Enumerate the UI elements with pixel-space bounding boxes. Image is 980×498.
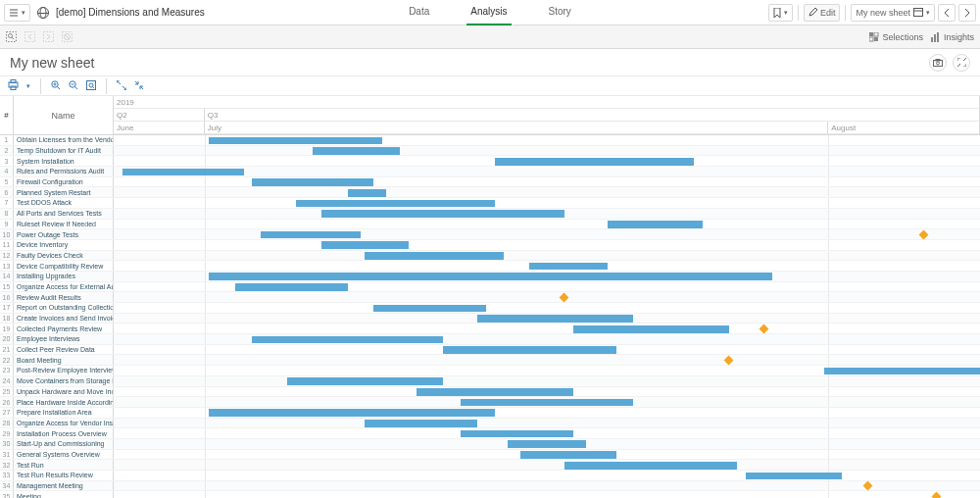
tab-data[interactable]: Data [405, 0, 433, 25]
edit-button[interactable]: Edit [804, 4, 841, 22]
gantt-row[interactable]: 17Report on Outstanding Collections [0, 303, 980, 314]
hamburger-menu[interactable]: ▾ [4, 4, 30, 22]
gantt-bar[interactable] [209, 137, 382, 145]
bookmark-button[interactable]: ▾ [768, 4, 793, 22]
gantt-bar[interactable] [235, 283, 348, 291]
zoom-fit-button[interactable] [86, 80, 96, 92]
gantt-row[interactable]: 10Power Outage Tests [0, 229, 980, 240]
gantt-chart[interactable]: # Name 2019 Q2Q3 JuneJulyAugust 1Obtain … [0, 96, 980, 498]
gantt-bar[interactable] [365, 420, 477, 427]
prev-sheet-button[interactable] [938, 4, 956, 22]
gantt-row[interactable]: 8All Ports and Services Tests [0, 209, 980, 220]
milestone-icon[interactable] [759, 324, 768, 334]
gantt-row[interactable]: 23Post-Review Employee Interviews and [0, 366, 980, 376]
next-sheet-button[interactable] [958, 4, 976, 22]
milestone-icon[interactable] [724, 356, 734, 366]
gantt-bar[interactable] [209, 273, 772, 280]
sheet-title-actions [929, 54, 970, 72]
gantt-bar[interactable] [365, 252, 503, 260]
gantt-row[interactable]: 26Place Hardware Inside According to Ins [0, 397, 980, 408]
gantt-row[interactable]: 22Board Meeting [0, 355, 980, 366]
gantt-bar[interactable] [321, 241, 408, 249]
milestone-icon[interactable] [919, 230, 929, 240]
gantt-row[interactable]: 30Start-Up and Commissioning [0, 439, 980, 450]
gantt-row[interactable]: 32Test Run [0, 460, 980, 471]
gantt-row[interactable]: 13Device Compatibility Review [0, 261, 980, 272]
expand-button[interactable] [117, 80, 126, 92]
sheet-nav[interactable]: My new sheet ▾ [851, 4, 935, 22]
step-back-icon[interactable] [24, 31, 35, 42]
row-bar-area [114, 220, 980, 229]
gantt-bar[interactable] [416, 388, 572, 396]
row-index: 9 [0, 220, 14, 229]
gantt-bar[interactable] [508, 440, 586, 448]
gantt-bar[interactable] [564, 462, 738, 470]
gantt-bar[interactable] [443, 346, 616, 354]
gantt-row[interactable]: 7Test DDOS Attack [0, 198, 980, 209]
collapse-button[interactable] [134, 80, 144, 92]
gantt-row[interactable]: 16Review Audit Results [0, 292, 980, 303]
clear-selections-icon[interactable] [62, 31, 73, 42]
fullscreen-button[interactable] [953, 54, 970, 72]
gantt-row[interactable]: 19Collected Payments Review [0, 324, 980, 334]
gantt-row[interactable]: 24Move Containers from Storage Facility [0, 376, 980, 387]
gantt-bar[interactable] [461, 430, 573, 438]
gantt-bar[interactable] [373, 305, 486, 313]
gantt-bar[interactable] [529, 263, 608, 271]
zoom-in-button[interactable] [51, 80, 61, 92]
gantt-bar[interactable] [477, 315, 633, 323]
gantt-row[interactable]: 21Collect Peer Review Data [0, 345, 980, 356]
gantt-row[interactable]: 14Installing Upgrades [0, 272, 980, 282]
print-button[interactable] [8, 79, 19, 92]
gantt-row[interactable]: 6Planned System Restart [0, 187, 980, 198]
gantt-bar[interactable] [252, 178, 373, 186]
gantt-row[interactable]: 25Unpack Hardware and Move Indoors [0, 387, 980, 398]
insights-button[interactable]: Insights [931, 32, 974, 42]
tab-analysis[interactable]: Analysis [466, 0, 511, 25]
gantt-bar[interactable] [321, 210, 564, 218]
gantt-row[interactable]: 4Rules and Permissions Audit [0, 167, 980, 177]
smart-search-icon[interactable] [6, 31, 17, 42]
gantt-row[interactable]: 27Prepare Installation Area [0, 408, 980, 419]
gantt-row[interactable]: 12Faulty Devices Check [0, 251, 980, 262]
gantt-row[interactable]: 29Installation Process Overview [0, 428, 980, 439]
gantt-bar[interactable] [287, 377, 443, 385]
gantt-row[interactable]: 9Ruleset Review If Needed [0, 220, 980, 230]
gantt-row[interactable]: 5Firewall Configuration [0, 177, 980, 188]
gantt-row[interactable]: 1Obtain Licenses from the Vendor [0, 135, 980, 146]
milestone-icon[interactable] [862, 481, 872, 491]
gantt-bar[interactable] [520, 451, 615, 459]
gantt-row[interactable]: 31General Systems Overview [0, 450, 980, 461]
gantt-bar[interactable] [261, 231, 361, 239]
gantt-bar[interactable] [573, 325, 729, 333]
gantt-row[interactable]: 33Test Run Results Review [0, 471, 980, 481]
snapshot-button[interactable] [929, 54, 947, 72]
gantt-bar[interactable] [495, 158, 694, 166]
gantt-row[interactable]: 20Employee Interviews [0, 334, 980, 345]
milestone-icon[interactable] [932, 492, 942, 498]
gantt-bar[interactable] [122, 169, 244, 176]
gantt-row[interactable]: 18Create Invoices and Send Invoices [0, 314, 980, 324]
gantt-bar[interactable] [461, 399, 634, 407]
gantt-bar[interactable] [209, 409, 495, 417]
milestone-icon[interactable] [560, 293, 569, 303]
step-forward-icon[interactable] [43, 31, 54, 42]
gantt-row[interactable]: 15Organize Access for External Audit Tea… [0, 282, 980, 293]
print-caret-icon[interactable]: ▾ [26, 82, 30, 90]
gantt-row[interactable]: 2Temp Shutdown for IT Audit [0, 146, 980, 157]
gantt-bar[interactable] [296, 200, 495, 208]
gantt-row[interactable]: 11Device Inventory [0, 240, 980, 251]
gantt-bar[interactable] [608, 221, 703, 228]
zoom-out-button[interactable] [69, 80, 78, 92]
gantt-row[interactable]: 3System Installation [0, 156, 980, 167]
gantt-bar[interactable] [824, 368, 980, 375]
gantt-bar[interactable] [746, 473, 841, 480]
gantt-bar[interactable] [313, 147, 399, 155]
gantt-bar[interactable] [252, 336, 442, 344]
gantt-bar[interactable] [348, 189, 387, 197]
selections-button[interactable]: Selections [869, 32, 923, 42]
gantt-row[interactable]: 35Meeting [0, 491, 980, 498]
gantt-row[interactable]: 28Organize Access for Vendor Installatio… [0, 419, 980, 429]
gantt-row[interactable]: 34Management Meeting [0, 481, 980, 492]
tab-story[interactable]: Story [545, 0, 575, 25]
